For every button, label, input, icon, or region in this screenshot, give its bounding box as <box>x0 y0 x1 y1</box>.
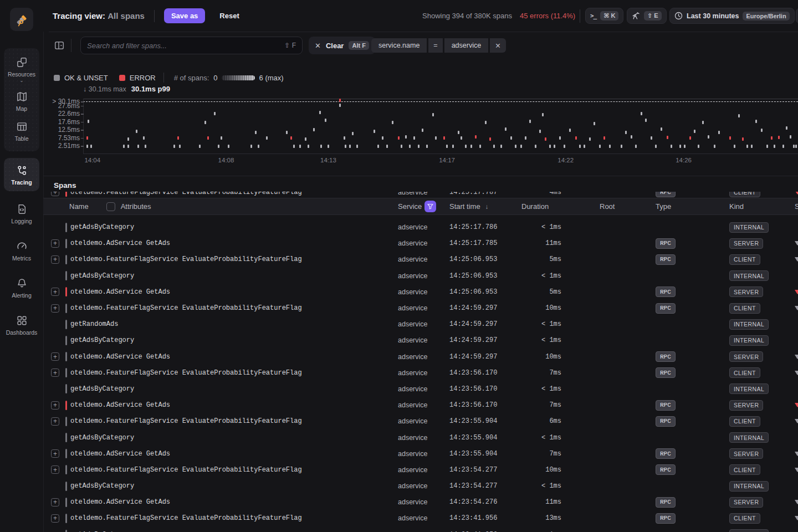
expand-row-button[interactable]: + <box>51 192 59 196</box>
table-row[interactable]: +oteldemo.AdService GetAdsadservice14:23… <box>49 494 798 510</box>
column-header-name[interactable]: Name <box>69 202 89 211</box>
table-row[interactable]: +getAdsByCategoryadservice14:25:06.953< … <box>49 268 798 284</box>
clipped-edge-button[interactable] <box>796 8 798 24</box>
table-row[interactable]: +oteldemo.FeatureFlagService EvaluatePro… <box>49 192 798 198</box>
logging-icon <box>16 203 28 215</box>
error-status-bar <box>65 287 67 296</box>
section-divider <box>43 176 798 176</box>
reset-button[interactable]: Reset <box>219 12 239 20</box>
expand-row-button[interactable]: + <box>51 498 59 507</box>
expand-row-button[interactable]: + <box>51 304 59 313</box>
column-header-kind[interactable]: Kind <box>713 202 780 211</box>
service-cell: adservice <box>398 498 449 506</box>
start-time-cell: 14:24:59.297 <box>449 336 521 344</box>
sidebar-item-map[interactable]: Map <box>4 86 39 116</box>
clear-filters-button[interactable]: ✕ Clear Alt F <box>309 37 375 54</box>
table-row[interactable]: +oteldemo.FeatureFlagService EvaluatePro… <box>49 252 798 268</box>
column-header-root[interactable]: Root <box>561 202 640 211</box>
expand-row-button[interactable]: + <box>51 466 59 474</box>
showing-spans-text: Showing 394 of 380K spans <box>422 12 512 20</box>
expand-row-button[interactable]: + <box>51 449 59 458</box>
table-row[interactable]: +oteldemo.FeatureFlagService EvaluatePro… <box>49 300 798 316</box>
type-badge: RPC <box>656 464 676 475</box>
sidebar-item-tracing[interactable]: Tracing <box>4 158 39 191</box>
table-row[interactable]: +oteldemo.FeatureFlagService EvaluatePro… <box>49 365 798 381</box>
time-range-button[interactable]: Last 30 minutes Europe/Berlin <box>669 8 795 24</box>
table-row[interactable]: +oteldemo.FeatureFlagService EvaluatePro… <box>49 510 798 526</box>
filter-chip-operator[interactable]: = <box>428 38 442 53</box>
divider <box>71 39 71 52</box>
expand-row-button[interactable]: + <box>51 288 59 296</box>
error-span-mark <box>742 137 744 141</box>
table-row[interactable]: +oteldemo.AdService GetAdsadservice14:23… <box>49 397 798 413</box>
expand-row-button[interactable]: + <box>51 352 59 361</box>
save-as-button[interactable]: Save as <box>164 8 205 23</box>
table-row[interactable]: +oteldemo.AdService GetAdsadservice14:25… <box>49 236 798 252</box>
sidebar-item-logging[interactable]: Logging <box>0 198 43 228</box>
service-cell: adservice <box>398 434 449 442</box>
sidebar-item-table[interactable]: Table <box>4 116 39 146</box>
expand-row-button[interactable]: + <box>51 417 59 426</box>
command-palette-button[interactable]: >_ ⌘ K <box>585 8 623 24</box>
ok-span-mark <box>589 137 591 141</box>
table-row[interactable]: +getAdsByCategoryadservice14:24:59.297< … <box>49 332 798 349</box>
filter-chip-key[interactable]: service.name <box>371 38 427 53</box>
y-axis-tick-label: 2.51ms <box>44 142 80 149</box>
column-header-duration[interactable]: Duration <box>521 202 561 211</box>
attributes-checkbox[interactable] <box>106 202 115 211</box>
sidebar-item-resources[interactable]: Resources⌄ <box>4 52 39 86</box>
kind-badge: INTERNAL <box>729 432 769 443</box>
column-header-service[interactable]: Service <box>398 202 422 211</box>
table-row[interactable]: +getAdsByCategoryadservice14:23:41.956< … <box>49 526 798 532</box>
column-header-type[interactable]: Type <box>640 202 713 211</box>
explore-button[interactable]: ⇧ E <box>627 8 667 24</box>
expand-row-button[interactable]: + <box>51 239 59 248</box>
expand-row-button[interactable]: + <box>51 514 59 523</box>
service-filter-icon[interactable] <box>424 201 436 212</box>
ok-span-mark <box>564 145 565 148</box>
column-header-attributes[interactable]: Attributes <box>121 202 151 211</box>
ok-status-bar <box>65 514 67 523</box>
panel-toggle-icon[interactable] <box>54 40 65 51</box>
ok-span-mark <box>90 145 92 148</box>
filter-chip-service-name[interactable]: service.name = adservice ✕ <box>371 38 506 53</box>
span-name: getRandomAds <box>70 320 118 328</box>
table-row[interactable]: +getAdsByCategoryadservice14:23:54.277< … <box>49 478 798 494</box>
table-row[interactable]: +oteldemo.FeatureFlagService EvaluatePro… <box>49 462 798 478</box>
duration-cell: < 1ms <box>521 385 561 393</box>
table-row[interactable]: +oteldemo.AdService GetAdsadservice14:23… <box>49 446 798 462</box>
sidebar-item-dashboards[interactable]: Dashboards <box>0 310 43 340</box>
start-time-cell: 14:23:41.956 <box>449 514 521 522</box>
app-logo[interactable] <box>10 8 33 31</box>
search-input[interactable]: Search and filter spans... ⇧ F <box>80 37 303 54</box>
ok-status-bar <box>65 352 67 361</box>
sidebar-item-alerting[interactable]: Alerting <box>0 273 43 303</box>
spans-section-title: Spans <box>54 181 76 190</box>
span-scatter-plot[interactable] <box>83 99 798 153</box>
topbar-divider <box>49 32 798 32</box>
table-row[interactable]: +oteldemo.AdService GetAdsadservice14:24… <box>49 349 798 365</box>
column-header-start-time[interactable]: Start time <box>449 202 480 211</box>
x-axis-tick-label: 14:13 <box>320 157 336 163</box>
start-time-cell: 14:23:54.277 <box>449 466 521 474</box>
page-title: Tracing view: All spans <box>53 11 145 21</box>
table-row[interactable]: +oteldemo.FeatureFlagService EvaluatePro… <box>49 413 798 429</box>
ok-span-mark <box>286 131 288 134</box>
expand-row-button[interactable]: + <box>51 369 59 377</box>
filter-chip-remove-icon[interactable]: ✕ <box>490 38 505 53</box>
sidebar-item-metrics[interactable]: Metrics <box>0 236 43 265</box>
expand-row-button[interactable]: + <box>51 401 59 410</box>
sort-descending-icon[interactable]: ↓ <box>485 203 488 211</box>
column-header-status[interactable]: Status <box>780 202 798 211</box>
filter-chip-value[interactable]: adservice <box>444 38 489 53</box>
table-row[interactable]: +getAdsByCategoryadservice14:23:56.170< … <box>49 381 798 397</box>
ok-span-mark <box>651 136 652 140</box>
start-time-cell: 14:24:59.297 <box>449 304 521 312</box>
expand-row-button[interactable]: + <box>51 255 59 264</box>
table-row[interactable]: +getRandomAdsadservice14:24:59.297< 1msI… <box>49 316 798 332</box>
table-row[interactable]: +getAdsByCategoryadservice14:25:17.786< … <box>49 219 798 236</box>
table-row[interactable]: +getAdsByCategoryadservice14:23:55.904< … <box>49 429 798 446</box>
duration-cell: 10ms <box>521 353 561 361</box>
table-row[interactable]: +oteldemo.AdService GetAdsadservice14:25… <box>49 284 798 300</box>
error-span-mark <box>771 136 773 140</box>
